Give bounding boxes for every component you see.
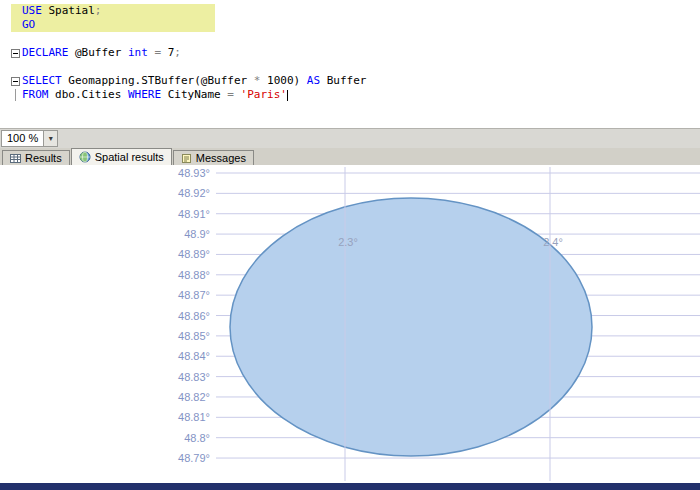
lat-axis-label: 48.79° [178,452,210,464]
code-line[interactable]: SELECT Geomapping.STBuffer(@Buffer * 100… [11,74,700,88]
editor-gutter [11,88,22,102]
lat-axis-label: 48.83° [178,371,210,383]
tab-label: Spatial results [95,151,164,163]
zoom-value: 100 % [2,131,43,146]
buffer-ellipse [230,198,592,456]
fold-collapse-button[interactable] [11,46,22,60]
code-line[interactable]: DECLARE @Buffer int = 7; [11,46,700,60]
query-editor[interactable]: USE Spatial;GODECLARE @Buffer int = 7;SE… [0,0,700,128]
lat-axis-label: 48.84° [178,350,210,362]
lat-axis-label: 48.92° [178,187,210,199]
lon-axis-label: 2.3° [338,236,358,248]
lat-axis-label: 48.89° [178,248,210,260]
lat-axis-label: 48.86° [178,310,210,322]
editor-gutter [11,18,22,32]
fold-minus-icon[interactable] [11,77,20,86]
lon-axis-label: 2.4° [543,236,563,248]
lat-axis-label: 48.9° [184,228,210,240]
text-caret [287,90,288,101]
code-line[interactable]: FROM dbo.Cities WHERE CityName = 'Paris' [11,88,700,102]
messages-icon [181,153,192,164]
code-line[interactable] [11,60,700,74]
editor-gutter [11,32,22,46]
lat-axis-label: 48.81° [178,411,210,423]
results-grid-icon [10,153,21,164]
results-tab-strip: Results Spatial results Messages [0,148,700,165]
zoom-select[interactable]: 100 % ▾ [1,130,58,147]
lat-axis-label: 48.85° [178,330,210,342]
code-line[interactable]: USE Spatial; [11,4,700,18]
spatial-viewer-canvas: 48.93°48.92°48.91°48.9°48.89°48.88°48.87… [0,165,700,483]
zoom-toolbar: 100 % ▾ [0,128,700,148]
sql-code-area[interactable]: USE Spatial;GODECLARE @Buffer int = 7;SE… [0,0,700,102]
tab-label: Messages [196,152,246,164]
status-bar [0,483,700,490]
lat-axis-label: 48.87° [178,289,210,301]
editor-gutter [11,60,22,74]
lat-axis-label: 48.82° [178,391,210,403]
spatial-globe-icon [79,151,91,163]
lat-axis-label: 48.93° [178,167,210,179]
tab-results[interactable]: Results [2,150,70,165]
tab-spatial-results[interactable]: Spatial results [71,148,172,165]
code-line[interactable] [11,32,700,46]
fold-guide-line [15,89,16,101]
tab-messages[interactable]: Messages [173,150,254,165]
fold-minus-icon[interactable] [11,49,20,58]
editor-gutter [11,4,22,18]
tab-label: Results [25,152,62,164]
lat-axis-label: 48.91° [178,208,210,220]
spatial-results-pane: 48.93°48.92°48.91°48.9°48.89°48.88°48.87… [0,165,700,483]
chevron-down-icon[interactable]: ▾ [43,131,57,146]
lat-axis-label: 48.88° [178,269,210,281]
fold-collapse-button[interactable] [11,74,22,88]
lat-axis-label: 48.8° [184,432,210,444]
code-line[interactable]: GO [11,18,700,32]
